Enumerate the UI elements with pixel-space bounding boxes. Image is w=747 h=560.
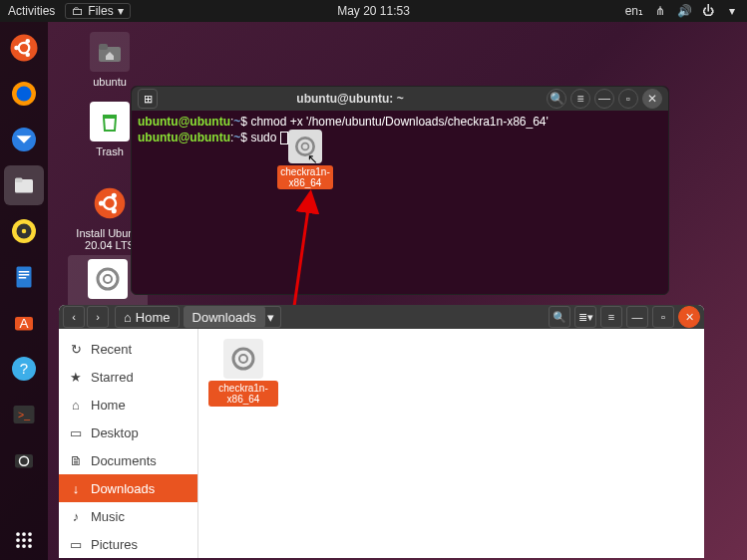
dock-writer[interactable]: [4, 257, 44, 297]
files-window: ‹ › ⌂ Home Downloads ▾ 🔍 ≣▾ ≡ — ▫ ✕ ↻Rec…: [59, 305, 704, 558]
svg-point-3: [26, 39, 31, 44]
language-indicator[interactable]: en₁: [625, 4, 643, 18]
search-button[interactable]: 🔍: [549, 306, 570, 328]
svg-rect-35: [99, 44, 108, 50]
svg-point-25: [16, 532, 20, 536]
network-icon[interactable]: ⋔: [653, 4, 667, 18]
dock-show-apps[interactable]: [4, 520, 44, 560]
sidebar-item-downloads[interactable]: ↓Downloads: [59, 474, 197, 502]
menu-button[interactable]: ≡: [570, 89, 590, 109]
terminal-body[interactable]: ubuntu@ubuntu:~$ chmod +x '/home/ubuntu/…: [132, 111, 668, 149]
breadcrumb-label: Home: [136, 310, 171, 325]
sidebar-item-pictures[interactable]: ▭Pictures: [59, 530, 197, 558]
dock-ubuntu-logo[interactable]: [4, 28, 44, 68]
breadcrumb-dropdown[interactable]: ▾: [261, 306, 281, 328]
close-button[interactable]: ✕: [678, 306, 700, 328]
minimize-button[interactable]: —: [594, 89, 614, 109]
new-tab-button[interactable]: ⊞: [138, 89, 158, 109]
file-label: checkra1n-x86_64: [208, 381, 278, 407]
menu-button[interactable]: ≡: [600, 306, 622, 328]
sidebar-item-label: Music: [91, 509, 125, 524]
svg-point-2: [14, 46, 19, 51]
svg-rect-16: [19, 277, 27, 279]
sidebar-item-label: Starred: [91, 370, 134, 385]
svg-text:A: A: [19, 316, 28, 331]
terminal-line-2: sudo: [247, 131, 280, 144]
home-folder-icon: [90, 32, 130, 72]
nav-back-button[interactable]: ‹: [63, 306, 85, 328]
svg-point-26: [22, 532, 26, 536]
sidebar-item-label: Downloads: [91, 481, 155, 496]
file-item-checkra1n[interactable]: checkra1n-x86_64: [208, 339, 278, 407]
prompt-user: ubuntu@ubuntu: [138, 131, 230, 144]
terminal-window: ⊞ ubuntu@ubuntu: ~ 🔍 ≡ — ▫ ✕ ubuntu@ubun…: [131, 86, 669, 295]
svg-point-40: [112, 193, 117, 198]
sidebar-item-starred[interactable]: ★Starred: [59, 363, 197, 391]
dock: A ? >_: [0, 22, 48, 560]
svg-point-47: [233, 349, 253, 369]
activities-button[interactable]: Activities: [8, 4, 55, 18]
close-button[interactable]: ✕: [642, 89, 662, 109]
files-sidebar: ↻Recent ★Starred ⌂Home ▭Desktop 🗎Documen…: [59, 329, 198, 558]
svg-point-6: [17, 87, 32, 102]
app-menu-files[interactable]: 🗀 Files ▾: [65, 3, 130, 19]
dock-rhythmbox[interactable]: [4, 211, 44, 251]
svg-rect-9: [15, 178, 23, 183]
sidebar-item-music[interactable]: ♪Music: [59, 502, 197, 530]
files-content[interactable]: checkra1n-x86_64: [198, 329, 704, 558]
sidebar-item-documents[interactable]: 🗎Documents: [59, 446, 197, 474]
terminal-line-1: chmod +x '/home/ubuntu/Downloads/checkra…: [247, 115, 549, 129]
dock-thunderbird[interactable]: [4, 120, 44, 159]
dock-help[interactable]: ?: [4, 349, 44, 389]
sidebar-item-recent[interactable]: ↻Recent: [59, 335, 197, 363]
clock[interactable]: May 20 11:53: [337, 4, 410, 18]
maximize-button[interactable]: ▫: [618, 89, 638, 109]
star-icon: ★: [69, 370, 83, 385]
sidebar-item-label: Recent: [91, 342, 132, 357]
svg-point-32: [22, 544, 26, 548]
svg-point-29: [22, 538, 26, 542]
dock-screenshot[interactable]: [4, 440, 44, 480]
sidebar-item-label: Pictures: [91, 537, 138, 552]
executable-icon: [223, 339, 263, 379]
nav-forward-button[interactable]: ›: [87, 306, 109, 328]
breadcrumb-home[interactable]: ⌂ Home: [115, 306, 180, 328]
dock-software[interactable]: A: [4, 303, 44, 343]
svg-point-48: [239, 355, 247, 363]
sidebar-item-label: Home: [91, 398, 126, 413]
breadcrumb-downloads[interactable]: Downloads: [184, 306, 265, 328]
dock-files[interactable]: [4, 165, 44, 205]
list-options-button[interactable]: ≣▾: [574, 306, 596, 328]
power-icon[interactable]: ⏻: [701, 4, 715, 18]
trash-icon: [90, 102, 130, 141]
dock-terminal[interactable]: >_: [4, 395, 44, 434]
cursor-pointer-icon: ↖: [307, 151, 318, 166]
svg-point-42: [98, 269, 118, 289]
svg-point-27: [28, 532, 32, 536]
svg-rect-14: [19, 271, 30, 273]
drag-ghost-label: checkra1n-x86_64: [277, 165, 333, 189]
svg-point-31: [16, 544, 20, 548]
sidebar-item-label: Desktop: [91, 425, 139, 440]
minimize-button[interactable]: —: [626, 306, 648, 328]
sidebar-item-desktop[interactable]: ▭Desktop: [59, 419, 197, 446]
chevron-down-icon[interactable]: ▾: [725, 4, 739, 18]
app-menu-label: Files: [88, 4, 113, 18]
home-icon: ⌂: [69, 398, 83, 413]
files-titlebar[interactable]: ‹ › ⌂ Home Downloads ▾ 🔍 ≣▾ ≡ — ▫ ✕: [59, 305, 704, 329]
recent-icon: ↻: [69, 342, 83, 357]
search-button[interactable]: 🔍: [547, 89, 566, 109]
maximize-button[interactable]: ▫: [652, 306, 674, 328]
svg-text:?: ?: [20, 360, 28, 377]
desktop-home-folder[interactable]: ubuntu: [75, 32, 145, 88]
volume-icon[interactable]: 🔊: [677, 4, 691, 18]
sidebar-item-home[interactable]: ⌂Home: [59, 391, 197, 419]
svg-rect-36: [103, 115, 117, 118]
terminal-titlebar[interactable]: ⊞ ubuntu@ubuntu: ~ 🔍 ≡ — ▫ ✕: [132, 87, 668, 111]
svg-point-33: [28, 544, 32, 548]
dock-firefox[interactable]: [4, 74, 44, 114]
install-icon: [90, 183, 130, 223]
svg-point-43: [104, 275, 112, 283]
executable-icon: [88, 259, 128, 299]
svg-point-4: [26, 53, 31, 58]
